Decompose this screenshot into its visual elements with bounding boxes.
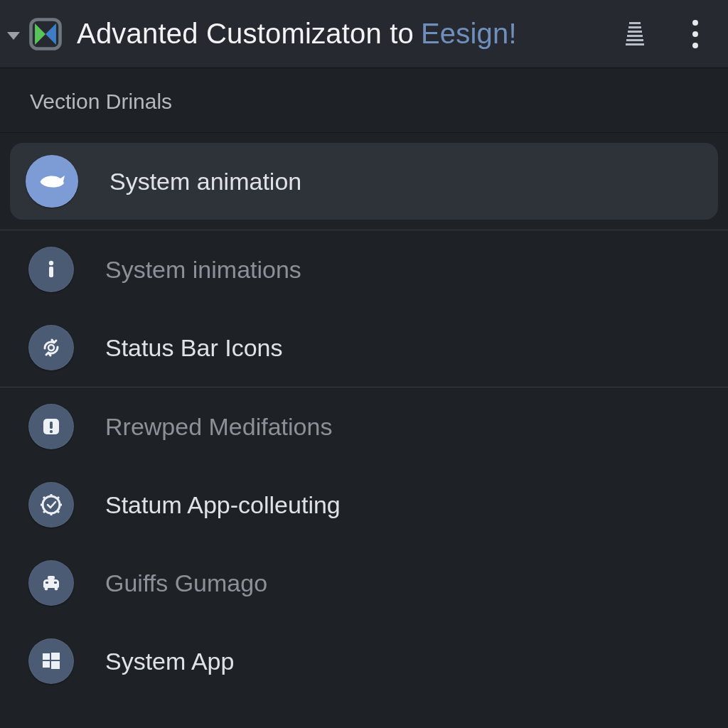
- info-icon: [28, 247, 74, 292]
- windows-icon: [28, 638, 74, 684]
- svg-rect-22: [51, 653, 60, 660]
- svg-rect-16: [48, 576, 55, 579]
- list-item-label: System App: [105, 648, 234, 675]
- list-item-statum-app-colleuting[interactable]: Statum App-colleuting: [0, 466, 728, 544]
- list-item-status-bar-icons[interactable]: Status Bar Icons: [0, 309, 728, 387]
- svg-point-17: [45, 587, 48, 591]
- list-item-label: Rrewped Medifations: [105, 413, 332, 441]
- list-item-rrewped-medifations[interactable]: Rrewped Medifations: [0, 387, 728, 466]
- list-item-label: System inimations: [105, 256, 301, 284]
- list-item-label: System animation: [109, 168, 301, 196]
- svg-rect-6: [50, 430, 53, 433]
- svg-rect-23: [43, 661, 50, 668]
- svg-line-12: [43, 497, 46, 499]
- list-item-label: Status Bar Icons: [105, 334, 282, 362]
- svg-point-18: [55, 587, 58, 591]
- settings-list: System animation System inimations Statu…: [0, 133, 728, 700]
- more-menu-icon[interactable]: [690, 17, 701, 51]
- svg-rect-24: [51, 661, 60, 669]
- svg-rect-19: [46, 582, 48, 584]
- app-header: Advanted Customizaton to Eesign!: [0, 0, 728, 68]
- svg-line-14: [43, 510, 46, 513]
- section-header-label: Vection Drinals: [30, 90, 172, 113]
- loop-icon: [28, 325, 74, 370]
- svg-line-15: [57, 497, 59, 499]
- equalizer-icon[interactable]: [626, 22, 644, 46]
- list-item-guiffs-gumago[interactable]: Guiffs Gumago: [0, 544, 728, 622]
- alert-icon: [28, 404, 74, 449]
- gear-icon: [28, 482, 74, 528]
- svg-rect-21: [43, 653, 50, 660]
- dropdown-caret-icon[interactable]: [7, 32, 20, 40]
- app-logo-icon[interactable]: [24, 13, 67, 55]
- title-accent-text: Eesign!: [421, 18, 517, 50]
- title-main-text: Advanted Customizaton to: [77, 18, 414, 50]
- section-header: Vection Drinals: [0, 68, 728, 133]
- svg-rect-20: [54, 582, 57, 584]
- svg-rect-5: [50, 422, 53, 429]
- svg-point-3: [48, 345, 54, 350]
- svg-point-1: [49, 261, 53, 265]
- car-icon: [28, 560, 74, 606]
- page-title: Advanted Customizaton to Eesign!: [77, 18, 626, 50]
- whale-icon: [26, 155, 78, 208]
- list-item-label: Statum App-colleuting: [105, 491, 341, 519]
- list-item-system-inimations[interactable]: System inimations: [0, 230, 728, 309]
- list-item-system-animation[interactable]: System animation: [10, 143, 718, 220]
- list-item-label: Guiffs Gumago: [105, 569, 267, 597]
- svg-rect-2: [49, 267, 53, 277]
- svg-line-13: [57, 510, 59, 513]
- header-actions: [626, 17, 711, 51]
- list-item-system-app[interactable]: System App: [0, 622, 728, 700]
